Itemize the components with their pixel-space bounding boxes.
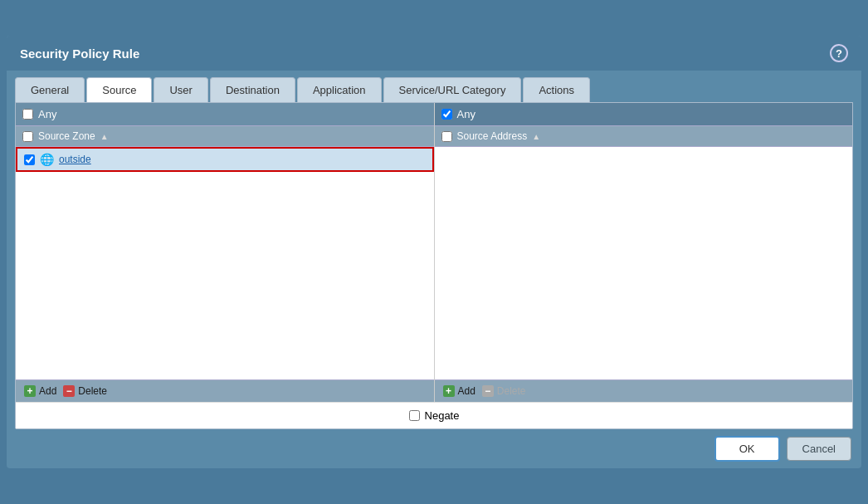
source-address-delete-icon: − [482,385,494,397]
source-address-add-btn[interactable]: + Add [443,385,475,397]
panels-container: Any Source Zone ▲ 🌐 outside + [16,103,852,402]
source-zone-any-checkbox[interactable] [22,109,33,120]
content-area: Any Source Zone ▲ 🌐 outside + [15,102,853,429]
ok-button[interactable]: OK [714,436,780,462]
source-address-any-row: Any [435,103,853,125]
dialog-title-text: Security Policy Rule [20,46,139,61]
source-zone-add-btn[interactable]: + Add [24,385,56,397]
source-address-column-label: Source Address [457,130,528,142]
dialog-footer: OK Cancel [7,429,861,468]
source-zone-subheader: Source Zone ▲ [16,125,434,147]
source-zone-header-checkbox[interactable] [22,131,33,142]
source-address-header-checkbox[interactable] [441,131,452,142]
help-icon[interactable]: ? [830,44,848,62]
tab-source[interactable]: Source [86,77,152,102]
negate-label: Negate [425,409,460,422]
source-address-add-label: Add [458,385,475,397]
add-icon: + [24,385,36,397]
outside-link[interactable]: outside [59,154,91,165]
tab-general[interactable]: General [15,77,85,102]
tab-application[interactable]: Application [297,77,382,102]
sort-icon: ▲ [100,132,109,141]
tab-actions[interactable]: Actions [523,77,590,102]
outside-checkbox[interactable] [24,154,35,165]
delete-icon: − [63,385,75,397]
negate-checkbox[interactable] [409,410,420,421]
source-zone-any-row: Any [16,103,434,125]
source-address-any-label: Any [457,108,475,120]
dialog-title-bar: Security Policy Rule ? [7,36,861,71]
source-address-delete-label: Delete [497,385,526,397]
source-address-panel: Any Source Address ▲ + Add − Delet [435,103,853,402]
zone-icon: 🌐 [40,153,54,166]
source-address-add-icon: + [443,385,455,397]
source-address-subheader: Source Address ▲ [435,125,853,147]
source-address-body [435,147,853,379]
source-address-sort-icon: ▲ [532,132,540,141]
cancel-button[interactable]: Cancel [787,437,851,461]
source-zone-footer: + Add − Delete [16,379,434,402]
source-zone-delete-btn[interactable]: − Delete [63,385,107,397]
negate-row: Negate [16,402,852,428]
tab-bar: General Source User Destination Applicat… [7,71,861,102]
tab-user[interactable]: User [154,77,207,102]
source-zone-panel: Any Source Zone ▲ 🌐 outside + [16,103,435,402]
source-address-delete-btn: − Delete [482,385,526,397]
tab-destination[interactable]: Destination [210,77,295,102]
source-zone-any-label: Any [38,108,56,120]
source-zone-outside-item[interactable]: 🌐 outside [16,147,434,172]
delete-label: Delete [78,385,107,397]
source-zone-body: 🌐 outside [16,147,434,379]
tab-service-url[interactable]: Service/URL Category [383,77,522,102]
security-policy-dialog: Security Policy Rule ? General Source Us… [7,36,861,468]
source-zone-column-label: Source Zone [38,130,95,142]
source-address-footer: + Add − Delete [435,379,853,402]
source-address-any-checkbox[interactable] [441,109,452,120]
add-label: Add [39,385,56,397]
